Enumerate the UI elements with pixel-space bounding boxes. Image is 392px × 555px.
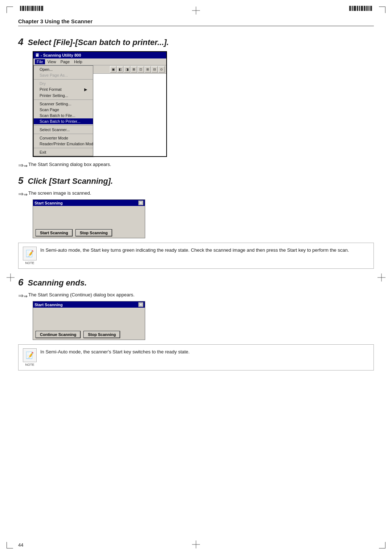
- menu-scan-batch-file[interactable]: Scan Batch to File...: [34, 113, 93, 118]
- app-toolbar: ▣ ◧ ◨ ⊠ ⊡ ⊞ ⊟ ⊙: [93, 65, 166, 74]
- menu-open[interactable]: Open...: [34, 66, 93, 72]
- start-scanning-dialog-1: Start Scanning ✕ Start Scanning Stop Sca…: [33, 199, 145, 238]
- sep-5: [34, 148, 93, 148]
- note-text-6: In Semi-Auto mode, the scanner's Start k…: [40, 348, 189, 356]
- step-6: 6 Scanning ends. ⇒ The Start Scanning (C…: [18, 277, 374, 370]
- step-6-result-text: The Start Scanning (Continue) dialog box…: [28, 292, 135, 297]
- note-icon-wrap-6: 📝 NOTE: [23, 348, 37, 366]
- step-4: 4 Select [File]-[Scan batch to printer..…: [18, 36, 374, 167]
- sep-4: [34, 134, 93, 134]
- crosshair-middle-right: [377, 274, 385, 281]
- barcode-top-right: [349, 6, 372, 11]
- menu-page[interactable]: Page: [58, 59, 72, 64]
- step-5: 5 Click [Start Scanning]. ⇒ The screen i…: [18, 175, 374, 269]
- menu-scan-page[interactable]: Scan Page: [34, 107, 93, 113]
- note-box-5: 📝 NOTE In Semi-auto mode, the Start key …: [18, 243, 374, 269]
- stop-scanning-button-2[interactable]: Stop Scanning: [84, 331, 120, 338]
- chapter-heading: Chapter 3 Using the Scanner: [18, 18, 374, 26]
- menu-help[interactable]: Help: [72, 59, 84, 64]
- dialog2-titlebar: Start Scanning ✕: [33, 301, 145, 308]
- step-5-label: Click [Start Scanning].: [28, 177, 113, 186]
- sep-3: [34, 125, 93, 126]
- note-icon-6: 📝: [23, 348, 37, 362]
- step-5-title: 5 Click [Start Scanning].: [18, 175, 374, 186]
- dialog2-footer: Continue Scanning Stop Scanning: [33, 329, 145, 340]
- app-title: - Scanning Utility 800: [41, 53, 81, 57]
- note-box-6: 📝 NOTE In Semi-Auto mode, the scanner's …: [18, 344, 374, 370]
- corner-mark-bl: [7, 542, 13, 548]
- dialog1-title: Start Scanning: [34, 201, 63, 205]
- toolbar-btn-2[interactable]: ◧: [117, 66, 123, 73]
- menu-scanner-setting[interactable]: Scanner Setting...: [34, 101, 93, 107]
- step-6-result: ⇒ The Start Scanning (Continue) dialog b…: [18, 292, 374, 297]
- menu-save-page: Save Page As...: [34, 72, 93, 78]
- chapter-title: Chapter 3 Using the Scanner: [18, 18, 93, 24]
- note-label-5: NOTE: [25, 261, 34, 265]
- arrow-icon-6: ⇒: [18, 292, 26, 297]
- note-label-6: NOTE: [25, 363, 34, 366]
- menu-file[interactable]: File: [35, 59, 45, 64]
- app-body: Open... Save Page As... Dry Print Format…: [33, 65, 166, 156]
- crosshair-bottom-center: [192, 540, 200, 548]
- step-6-number: 6: [18, 277, 23, 288]
- corner-mark-br: [379, 542, 385, 548]
- barcode-top-left: [20, 6, 43, 11]
- step-4-title: 4 Select [File]-[Scan batch to printer..…: [18, 36, 374, 48]
- note-text-5: In Semi-auto mode, the Start key turns g…: [40, 247, 349, 254]
- arrow-icon-4: ⇒: [18, 161, 26, 167]
- page-number: 44: [18, 542, 23, 548]
- menu-exit[interactable]: Exit: [34, 149, 93, 155]
- app-window: 🖥 - Scanning Utility 800 File View Page …: [33, 51, 167, 157]
- step-6-title: 6 Scanning ends.: [18, 277, 374, 288]
- step-5-result-text: The screen image is scanned.: [28, 190, 91, 196]
- dialog1-close-button[interactable]: ✕: [138, 200, 143, 205]
- dialog2-title: Start Scanning: [34, 303, 63, 307]
- toolbar-btn-7[interactable]: ⊟: [151, 66, 158, 73]
- dialog1-body: [33, 206, 145, 228]
- step-4-label: Select [File]-[Scan batch to printer...]…: [28, 38, 169, 47]
- note-icon-5: 📝: [23, 247, 37, 260]
- menu-printer-setting[interactable]: Printer Setting...: [34, 93, 93, 98]
- start-scanning-button[interactable]: Start Scanning: [36, 230, 72, 236]
- file-dropdown-menu: Open... Save Page As... Dry Print Format…: [33, 65, 93, 156]
- stop-scanning-button-1[interactable]: Stop Scanning: [76, 230, 112, 236]
- step-4-number: 4: [18, 36, 23, 48]
- corner-mark-tl: [7, 7, 13, 13]
- app-titlebar: 🖥 - Scanning Utility 800: [33, 52, 166, 58]
- crosshair-top-center: [192, 7, 200, 15]
- toolbar-btn-4[interactable]: ⊠: [131, 66, 137, 73]
- toolbar-btn-1[interactable]: ▣: [110, 66, 117, 73]
- sep-2: [34, 100, 93, 100]
- note-icon-wrap-5: 📝 NOTE: [23, 247, 37, 265]
- arrow-icon-5: ⇒: [18, 190, 26, 196]
- menu-select-scanner[interactable]: Select Scanner...: [34, 127, 93, 133]
- step-4-result: ⇒ The Start Scanning dialog box appears.: [18, 161, 374, 167]
- menu-scan-batch-printer[interactable]: Scan Batch to Printer...: [34, 118, 93, 124]
- toolbar-btn-8[interactable]: ⊙: [158, 66, 165, 73]
- toolbar-btn-5[interactable]: ⊡: [138, 66, 144, 73]
- corner-mark-tr: [379, 7, 385, 13]
- app-menubar: File View Page Help: [33, 58, 166, 65]
- crosshair-middle-left: [7, 274, 15, 281]
- step-4-result-text: The Start Scanning dialog box appears.: [28, 162, 111, 167]
- menu-print-format[interactable]: Print Format ▶: [34, 86, 93, 93]
- menu-converter-mode[interactable]: Converter Mode: [34, 135, 93, 141]
- app-workspace: ▣ ◧ ◨ ⊠ ⊡ ⊞ ⊟ ⊙: [93, 65, 166, 156]
- dialog2-close-button[interactable]: ✕: [138, 302, 143, 307]
- step-5-number: 5: [18, 175, 23, 186]
- dialog1-titlebar: Start Scanning ✕: [33, 200, 145, 206]
- menu-view[interactable]: View: [46, 59, 58, 64]
- step-5-result: ⇒ The screen image is scanned.: [18, 190, 374, 196]
- toolbar-btn-3[interactable]: ◨: [124, 66, 130, 73]
- continue-scanning-button[interactable]: Continue Scanning: [36, 331, 80, 338]
- toolbar-btn-6[interactable]: ⊞: [144, 66, 151, 73]
- dialog1-footer: Start Scanning Stop Scanning: [33, 228, 145, 238]
- page-content: Chapter 3 Using the Scanner 4 Select [Fi…: [18, 18, 374, 537]
- sep-1: [34, 79, 93, 80]
- menu-reader-printer[interactable]: Reader/Printer Emulation Mode: [34, 141, 93, 147]
- start-scanning-dialog-2: Start Scanning ✕ Continue Scanning Stop …: [33, 301, 145, 340]
- dialog2-body: [33, 308, 145, 329]
- file-menu-container: 🖥 - Scanning Utility 800 File View Page …: [33, 51, 167, 157]
- step-6-label: Scanning ends.: [28, 278, 87, 288]
- menu-dry: Dry: [34, 81, 93, 86]
